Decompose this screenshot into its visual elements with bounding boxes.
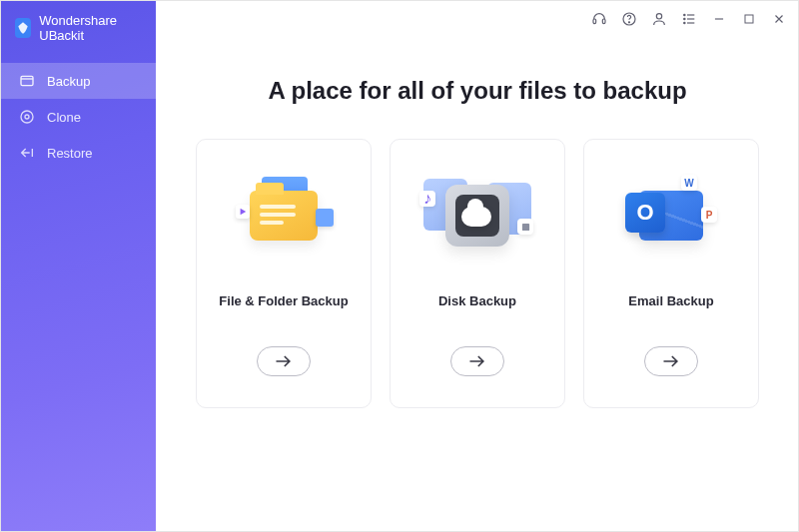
card-disk-backup[interactable]: ♪ Disk Backup [390, 139, 565, 408]
content-area: A place for all of your files to backup [156, 37, 799, 531]
outlook-icon: O [625, 193, 665, 233]
powerpoint-icon: P [701, 207, 717, 223]
maximize-icon[interactable] [741, 11, 757, 27]
folder-illustration [229, 166, 339, 266]
sidebar-item-label: Clone [47, 110, 81, 125]
svg-point-7 [656, 14, 661, 19]
help-icon[interactable] [621, 11, 637, 27]
svg-point-10 [684, 22, 685, 23]
email-illustration: O W P [616, 166, 726, 266]
minimize-icon[interactable] [711, 11, 727, 27]
card-title: Email Backup [628, 293, 713, 308]
card-title: Disk Backup [438, 293, 516, 308]
page-headline: A place for all of your files to backup [196, 77, 759, 105]
file-icon [517, 219, 533, 235]
menu-icon[interactable] [681, 11, 697, 27]
svg-point-6 [628, 22, 629, 23]
image-icon [316, 209, 334, 227]
close-icon[interactable] [771, 11, 787, 27]
svg-rect-0 [21, 76, 33, 85]
app-name: Wondershare UBackit [39, 13, 142, 43]
clone-icon [19, 109, 35, 125]
titlebar [156, 1, 799, 37]
svg-point-1 [21, 111, 33, 123]
sidebar: Wondershare UBackit Backup Clone Restore [1, 1, 156, 531]
card-title: File & Folder Backup [219, 293, 348, 308]
word-icon: W [681, 175, 697, 191]
arrow-button[interactable] [450, 346, 504, 376]
sidebar-item-clone[interactable]: Clone [1, 99, 156, 135]
restore-icon [19, 145, 35, 161]
sidebar-item-backup[interactable]: Backup [1, 63, 156, 99]
sidebar-item-label: Backup [47, 74, 90, 89]
svg-rect-12 [521, 223, 528, 230]
sidebar-item-label: Restore [47, 146, 93, 161]
svg-rect-4 [602, 19, 605, 24]
cloud-icon [461, 207, 491, 227]
play-icon [236, 205, 250, 219]
card-email-backup[interactable]: O W P Email Backup [583, 139, 759, 408]
account-icon[interactable] [651, 11, 667, 27]
disk-illustration: ♪ [422, 166, 532, 266]
arrow-button[interactable] [644, 346, 698, 376]
main-panel: A place for all of your files to backup [156, 1, 799, 531]
support-icon[interactable] [591, 11, 607, 27]
music-icon: ♪ [419, 191, 435, 207]
card-file-folder-backup[interactable]: File & Folder Backup [196, 139, 372, 408]
svg-point-8 [684, 14, 685, 15]
cards-row: File & Folder Backup ♪ [196, 139, 759, 408]
svg-rect-11 [745, 15, 753, 23]
arrow-button[interactable] [257, 346, 311, 376]
svg-point-2 [25, 115, 29, 119]
logo-icon [15, 18, 31, 38]
app-logo: Wondershare UBackit [1, 1, 156, 63]
svg-point-9 [684, 18, 685, 19]
sidebar-item-restore[interactable]: Restore [1, 135, 156, 171]
svg-rect-3 [593, 19, 596, 24]
backup-icon [19, 73, 35, 89]
